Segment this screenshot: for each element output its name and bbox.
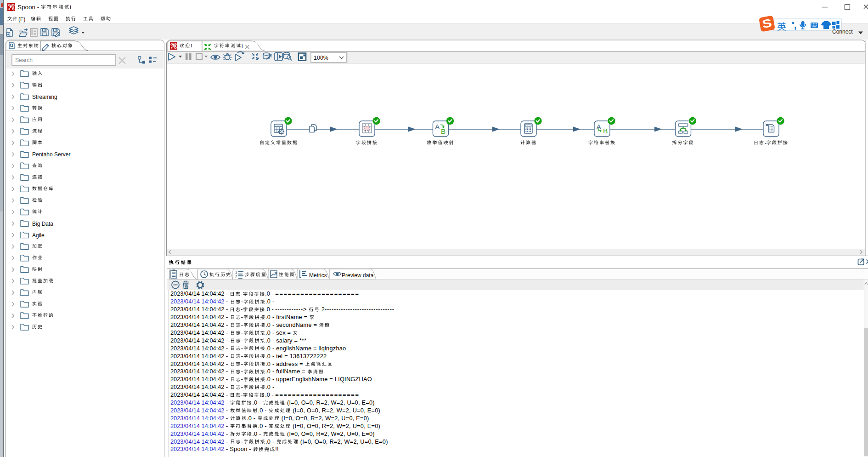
svg-text:-: -: [241, 353, 243, 360]
svg-text:,: ,: [794, 20, 797, 30]
svg-text:(I=0, O=0, R=2, W=2, U=0, E=0): (I=0, O=0, R=2, W=2, U=0, E=0): [291, 407, 380, 414]
svg-text:1: 1: [235, 270, 237, 274]
svg-text:.0 -: .0 -: [265, 391, 275, 398]
svg-text:-: -: [241, 321, 243, 328]
svg-text:2023/04/14 14:04:42: 2023/04/14 14:04:42: [170, 329, 224, 336]
svg-text:100%: 100%: [314, 55, 328, 61]
svg-text:.0 - tel = 13613722222: .0 - tel = 13613722222: [265, 353, 327, 360]
svg-text:(I=0, O=0, R=2, W=2, U=0, E=0): (I=0, O=0, R=2, W=2, U=0, E=0): [285, 399, 375, 406]
svg-text:-: -: [241, 337, 243, 344]
svg-text:-: -: [224, 353, 230, 360]
svg-text:2023/04/14 14:04:42: 2023/04/14 14:04:42: [170, 360, 224, 367]
svg-text:-: -: [224, 399, 230, 406]
svg-text:Preview data: Preview data: [342, 272, 374, 279]
svg-text:-: -: [224, 376, 230, 383]
svg-text:-: -: [224, 321, 230, 328]
svg-text:-: -: [224, 407, 230, 414]
svg-text:(I=0, O=0, R=2, W=2, U=0, E=0): (I=0, O=0, R=2, W=2, U=0, E=0): [285, 430, 375, 437]
svg-text:-: -: [224, 415, 230, 422]
svg-text:------------------------------: ------------------------------: [325, 306, 395, 313]
svg-text:-: -: [241, 306, 242, 313]
svg-text:(I=0, O=0, R=2, W=2, U=0, E=0): (I=0, O=0, R=2, W=2, U=0, E=0): [280, 415, 369, 422]
svg-text:B: B: [441, 127, 445, 135]
svg-text:.0 -: .0 -: [265, 306, 275, 313]
svg-text:(I=0, O=0, R=2, W=2, U=0, E=0): (I=0, O=0, R=2, W=2, U=0, E=0): [291, 423, 380, 429]
svg-text:-: -: [765, 140, 767, 147]
svg-text:-: -: [224, 345, 230, 352]
svg-text:2023/04/14 14:04:42: 2023/04/14 14:04:42: [170, 337, 224, 344]
svg-text:-: -: [241, 360, 243, 367]
svg-text:-: -: [224, 306, 229, 313]
svg-text:-: -: [224, 423, 230, 429]
svg-text:-: -: [241, 383, 243, 390]
svg-text:-: -: [241, 345, 243, 352]
svg-text:2023/04/14 14:04:42: 2023/04/14 14:04:42: [170, 368, 224, 375]
svg-text:.0 -: .0 -: [265, 383, 276, 390]
svg-text:-: -: [224, 360, 230, 367]
svg-text:Streaming: Streaming: [32, 94, 57, 100]
svg-text:-: -: [224, 290, 229, 297]
svg-text:-: -: [241, 329, 243, 336]
svg-text:-: -: [224, 368, 230, 375]
svg-text:2023/04/14 14:04:42: 2023/04/14 14:04:42: [170, 399, 224, 406]
svg-text:2023/04/14 14:04:42: 2023/04/14 14:04:42: [170, 407, 224, 414]
svg-text:-: -: [241, 391, 242, 398]
svg-text:.0 -: .0 -: [252, 430, 263, 437]
svg-text:.0 -: .0 -: [252, 399, 263, 406]
svg-text:====================: ====================: [275, 391, 359, 398]
svg-text:.0 - sex =: .0 - sex =: [265, 329, 293, 336]
svg-text:-: -: [224, 298, 230, 305]
svg-text:2023/04/14 14:04:42: 2023/04/14 14:04:42: [170, 376, 224, 383]
svg-text:2023/04/14 14:04:42: 2023/04/14 14:04:42: [170, 290, 224, 297]
svg-text:.0 -: .0 -: [247, 415, 257, 422]
svg-text:2023/04/14 14:04:42: 2023/04/14 14:04:42: [170, 430, 224, 437]
svg-text:-: -: [224, 438, 230, 445]
svg-text:2: 2: [235, 274, 237, 279]
svg-text:-: -: [241, 314, 243, 320]
svg-text:-: -: [224, 314, 230, 320]
svg-text:- Spoon -: - Spoon -: [224, 446, 253, 452]
svg-text:.0 -: .0 -: [265, 290, 275, 297]
svg-text:-: -: [241, 298, 243, 305]
svg-text:-: -: [224, 391, 229, 398]
svg-text:i: i: [70, 4, 71, 11]
svg-text:.0 -: .0 -: [265, 298, 276, 305]
svg-text:Search: Search: [15, 57, 33, 63]
svg-text:Spoon -: Spoon -: [17, 4, 41, 11]
svg-text:-: -: [224, 329, 230, 336]
svg-text:2023/04/14 14:04:42: 2023/04/14 14:04:42: [170, 314, 224, 320]
svg-text:-: -: [224, 383, 230, 390]
svg-text:.0 - secondName =: .0 - secondName =: [265, 321, 319, 328]
svg-text:2023/04/14 14:04:42: 2023/04/14 14:04:42: [170, 415, 224, 422]
svg-text:2023/04/14 14:04:42: 2023/04/14 14:04:42: [170, 438, 224, 445]
svg-text:.0 - firstName =: .0 - firstName =: [265, 314, 309, 320]
svg-text:Big Data: Big Data: [32, 221, 53, 227]
svg-text:.0 - salary = ***: .0 - salary = ***: [265, 337, 306, 344]
svg-text:.0 - englishName = liqingzhao: .0 - englishName = liqingzhao: [265, 345, 346, 352]
svg-text:.0 -: .0 -: [258, 423, 268, 429]
svg-text:A: A: [435, 123, 440, 131]
svg-text:.0 - fullName =: .0 - fullName =: [265, 368, 307, 375]
svg-text:2023/04/14 14:04:42: 2023/04/14 14:04:42: [170, 391, 224, 398]
svg-text:Connect: Connect: [832, 29, 853, 35]
svg-text:Metrics: Metrics: [309, 272, 327, 279]
svg-text:-: -: [241, 290, 242, 297]
svg-text:2023/04/14 14:04:42: 2023/04/14 14:04:42: [170, 306, 224, 313]
svg-text:.0 - address =: .0 - address =: [265, 360, 304, 367]
svg-text:-: -: [241, 376, 243, 383]
svg-text:Pentaho Server: Pentaho Server: [32, 151, 70, 158]
svg-text:2023/04/14 14:04:42: 2023/04/14 14:04:42: [170, 446, 224, 452]
svg-text:.0 -: .0 -: [258, 407, 268, 414]
svg-text:2023/04/14 14:04:42: 2023/04/14 14:04:42: [170, 383, 224, 390]
svg-text:(I=0, O=0, R=2, W=2, U=0, E=0): (I=0, O=0, R=2, W=2, U=0, E=0): [299, 438, 388, 445]
svg-text:====================: ====================: [275, 290, 359, 297]
svg-text:2023/04/14 14:04:42: 2023/04/14 14:04:42: [170, 345, 224, 352]
svg-text:2: 2: [320, 306, 325, 313]
svg-text:A: A: [597, 123, 602, 131]
svg-text:------------>: ------------>: [275, 306, 307, 313]
svg-text:!!: !!: [275, 446, 279, 452]
svg-text:i: i: [242, 43, 243, 50]
svg-text:(F): (F): [18, 16, 25, 23]
svg-text:Agile: Agile: [32, 232, 45, 239]
svg-text:2023/04/14 14:04:42: 2023/04/14 14:04:42: [170, 321, 224, 328]
